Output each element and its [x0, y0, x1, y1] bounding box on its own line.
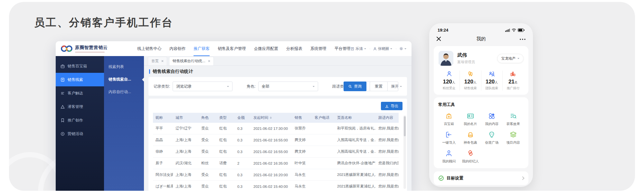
cell: 上海/上海	[173, 146, 199, 158]
submenu-item-lead-action-stats[interactable]: 销售线索自...	[104, 73, 144, 86]
nav-item-content-creation[interactable]: 内容创作	[169, 41, 185, 56]
logo-rings-icon	[61, 45, 72, 52]
sort-icon[interactable]	[270, 116, 272, 120]
tab-home[interactable]: 首页	[148, 57, 167, 65]
goal-setting-row[interactable]: 目标设置	[434, 171, 528, 185]
magic-parcel-icon	[466, 130, 475, 139]
export-button[interactable]: 导出	[381, 102, 402, 110]
tab-lead-action-stats[interactable]: 销售线索自行动统...	[169, 57, 214, 65]
role-select[interactable]: 全部	[258, 82, 318, 91]
cell: 和平双悦苑，选房有礼...	[335, 123, 376, 134]
nav-item-promotion[interactable]: 推广获客	[194, 41, 210, 56]
tool-label: 一键导入	[442, 140, 456, 145]
logo-text: 原圈智慧营销云	[75, 45, 108, 51]
tab-close-icon[interactable]	[161, 60, 164, 62]
tool-creative-plaza[interactable]: 创意广场	[481, 130, 503, 145]
filter-role: 角色: 全部	[247, 82, 318, 91]
col-page-name[interactable]: 页面名称	[335, 113, 376, 123]
tool-my-advisor[interactable]: 我的顾问	[438, 149, 460, 164]
avatar[interactable]	[439, 51, 453, 66]
nav-item-analytics[interactable]: 分析报表	[286, 41, 302, 56]
table-row[interactable]: 辰子武汉/湖北粉丝话费22021-06-02 16:35:00叶中笑腾讯合作伙伴…	[153, 158, 399, 169]
nav-item-system-admin[interactable]: 系统管理	[310, 41, 327, 56]
nav-item-online-sales[interactable]: 线上销售中心	[137, 41, 161, 56]
stat-sales-leads[interactable]: 120人 销售线索	[459, 71, 481, 91]
desktop-app-window: 原圈智慧营销云 线上销售中心 内容创作 推广获客 销售及客户管理 企微应用配置 …	[56, 41, 412, 191]
nav-item-sales-customer[interactable]: 销售及客户管理	[218, 41, 246, 56]
table-row[interactable]: 晶晶上海/上海受众红包0.32021-06-02 16:55:00腾文婷入围高端…	[153, 134, 399, 146]
cell: 上海/上海	[173, 181, 199, 191]
table-row[interactable]: 平平辽宁/辽宁受众红包0.32021-06-02 17:30:00张慧乔和平双悦…	[153, 123, 399, 134]
cell: 话费	[217, 158, 235, 169]
tool-business-card[interactable]: 我的名片	[460, 112, 481, 126]
col-city[interactable]: 城市	[173, 113, 199, 123]
cell: 马永生	[292, 181, 312, 191]
tool-project-content[interactable]: 项目内容	[503, 130, 524, 145]
col-followup[interactable]: 跟进内容	[376, 113, 399, 123]
cell: 您好,我是您的专属顾问张慧乔,欢...	[376, 123, 399, 134]
cell: 2021恩赐新宵夏浦红人...	[335, 181, 376, 191]
tool-my-content[interactable]: 我的内容	[481, 112, 503, 126]
col-amount[interactable]: 金额	[235, 113, 251, 123]
stat-label: 粉丝受众	[439, 86, 459, 91]
chevron-down-icon	[390, 48, 392, 50]
table-row[interactable]: 徐静上海/上海受众红包0.32021-06-02 16:55:00腾文婷入围高端…	[153, 146, 399, 158]
submenu-item-content-action-stats[interactable]: 内容自行动...	[104, 86, 144, 98]
tool-one-click-import[interactable]: 一键导入	[438, 130, 460, 145]
settings-menu[interactable]	[394, 47, 406, 51]
vertical-scrollbar[interactable]	[403, 115, 406, 189]
cell: 平平	[153, 123, 173, 134]
org-selector[interactable]: 宝龙地产	[497, 54, 524, 63]
scrollbar-thumb[interactable]	[404, 116, 406, 136]
leads-icon	[61, 78, 65, 82]
table-row[interactable]: 阿尔法女孩上海/上海受众红包0.32021-06-02 16:20:00马永生2…	[153, 169, 399, 181]
nav-item-platform-admin[interactable]: 平台管理	[335, 41, 351, 56]
sidebar-item-customer-reach[interactable]: 客户触达	[56, 86, 104, 100]
col-label: 发起时间	[253, 116, 268, 120]
cell: 2021-06-02 17:30:00	[251, 123, 292, 134]
expand-toggle[interactable]: 展开	[391, 84, 402, 89]
table-row[interactable]: ばぎ一船系上海/上海受众红包0.32021-06-02 15:40:00马永生2…	[153, 181, 399, 191]
cell: 武汉/湖北	[173, 158, 199, 169]
user-icon	[373, 47, 377, 51]
cell: 0.3	[235, 181, 251, 191]
nav-item-wecom-config[interactable]: 企微应用配置	[254, 41, 278, 56]
stat-promo-rank[interactable]: 21名 推广排行	[502, 71, 524, 91]
tool-magic-parcel[interactable]: 神奇包裹	[460, 130, 481, 145]
tool-treasure-box[interactable]: 百宝箱	[438, 112, 460, 126]
record-type-select[interactable]: 浏览记录	[173, 82, 232, 91]
sidebar-item-label: 推广创作	[68, 118, 83, 123]
sidebar-item-promo-creation[interactable]: 推广创作	[56, 113, 104, 127]
stat-unit: 人	[473, 81, 477, 84]
cell: 红包	[217, 181, 235, 191]
filter-record-type: 记录类型: 浏览记录	[154, 82, 232, 91]
chevron-down-icon	[404, 48, 406, 50]
acquisition-effect-icon	[509, 112, 517, 120]
col-phone[interactable]: 客户电话	[312, 113, 335, 123]
col-start-time[interactable]: 发起时间	[251, 113, 292, 123]
active-indicator-arrow	[140, 78, 144, 82]
search-button[interactable]: 查询	[344, 82, 366, 91]
col-type[interactable]: 类型	[217, 113, 235, 123]
tool-label: 创意广场	[485, 140, 498, 145]
org-switcher[interactable]: 乐清	[351, 46, 366, 51]
sidebar-item-sales-toolbox[interactable]: 销售百宝箱	[56, 59, 104, 73]
reset-button-label: 重置	[375, 84, 383, 89]
reset-button[interactable]: 重置	[370, 82, 388, 91]
stat-fans[interactable]: 120人 粉丝受众	[439, 71, 459, 91]
stat-team-leads[interactable]: 120人 团队线索	[481, 71, 502, 91]
col-sales[interactable]: 销售	[292, 113, 312, 123]
col-role[interactable]: 角色	[199, 113, 217, 123]
submenu-item-lead-list[interactable]: 线索列表	[104, 61, 144, 73]
sidebar-item-sales-leads[interactable]: 销售线索	[56, 73, 104, 86]
tab-close-icon[interactable]	[208, 60, 210, 62]
submenu-item-label: 销售线索自...	[109, 77, 131, 82]
cell: 马永生	[292, 169, 312, 181]
sidebar-item-prospect-management[interactable]: 潜客管理	[56, 100, 104, 113]
col-nickname[interactable]: 昵称	[153, 113, 173, 123]
tool-acquisition-effect[interactable]: 获客效果	[503, 112, 524, 126]
cell: 腾讯合作伙伴-企微地产...	[335, 158, 376, 169]
user-menu[interactable]: 张晓丽	[368, 46, 392, 51]
sidebar-item-marketing-activity[interactable]: 营销活动	[56, 127, 104, 140]
tool-my-broker[interactable]: 我的经纪人	[460, 149, 481, 164]
